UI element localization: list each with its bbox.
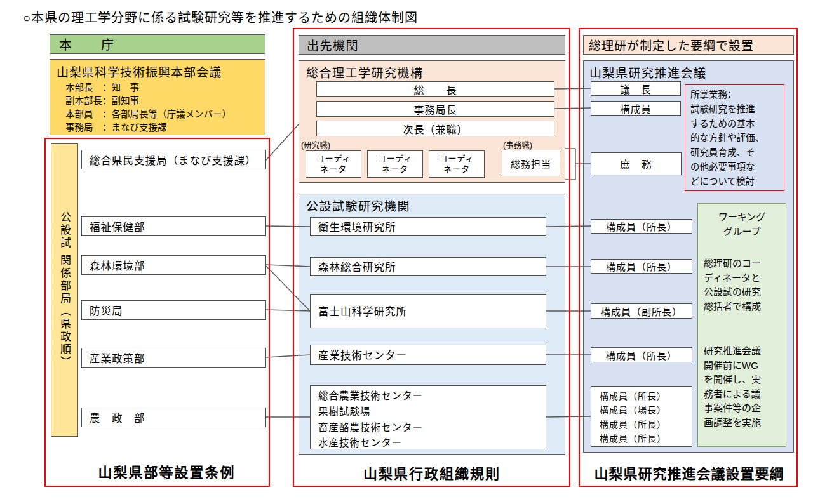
- member-box-fukushocho: 構成員（副所長）: [591, 303, 692, 319]
- dept-box-fukushi: 福祉保健部: [81, 216, 266, 236]
- institute-box-fujisan: 富士山科学研究所: [310, 294, 546, 328]
- position-box-socho: 総 長: [316, 81, 554, 97]
- dept-box-nosei: 農 政 部: [81, 408, 266, 427]
- public-institutes-title: 公設試験研究機関: [306, 197, 410, 214]
- dept-box-bosai: 防災局: [81, 300, 266, 320]
- institute-box-sangyogijutsu: 産業技術センター: [310, 345, 546, 365]
- research-promotion-council-title: 山梨県研究推進会議: [589, 63, 707, 81]
- working-group-title: ワーキング グループ: [704, 210, 780, 239]
- institute-org-title: 総合理工学研究機構: [306, 63, 424, 81]
- admin-staff-label: (事務職): [503, 138, 532, 150]
- coordinator-box: コーディ ネータ: [367, 150, 423, 178]
- general-affairs-staff-box: 総務担当: [502, 150, 560, 176]
- middle-footer-label: 山梨県行政組織規則: [292, 462, 572, 482]
- dept-box-shinrin: 森林環境部: [81, 255, 266, 275]
- duties-note-box: 所掌業務： 試験研究を推進 するための基本 的な方針や評価、 研究員育成、そ の…: [685, 84, 784, 191]
- position-box-jicho: 次長（兼職）: [316, 121, 554, 136]
- working-group-box: ワーキング グループ 総理研のコー ディネータと 公設試の研究 総括者で構成 研…: [697, 203, 786, 447]
- research-staff-label: (研究職): [301, 138, 330, 150]
- coordinator-box: コーディ ネータ: [306, 150, 361, 178]
- working-group-body2: 研究推進会議 開催前にWG を開催し、実 務者による議 事案件等の企 画調整を実…: [704, 344, 780, 430]
- right-footer-label: 山梨県研究推進会議設置要綱: [579, 462, 799, 482]
- member-box-shocho-1: 構成員（所長）: [591, 219, 692, 234]
- member-box-shocho-3: 構成員（所長）: [591, 347, 692, 362]
- position-box-jimukyokucho: 事務局長: [316, 101, 554, 117]
- chair-box: 議 長: [591, 81, 681, 96]
- institute-box-agri-group: 総合農業技術センター 果樹試験場 畜産酪農技術センター 水産技術センター: [310, 385, 546, 449]
- dept-box-sangyo: 産業政策部: [81, 348, 266, 368]
- member-box: 構成員: [591, 101, 681, 116]
- institute-box-eisei: 衛生環境研究所: [310, 217, 546, 236]
- left-footer-label: 山梨県部等設置条例: [64, 461, 270, 481]
- general-affairs-box: 庶 務: [591, 152, 682, 175]
- working-group-body1: 総理研のコー ディネータと 公設試の研究 総括者で構成: [704, 256, 780, 314]
- member-box-shocho-2: 構成員（所長）: [591, 259, 692, 274]
- page-title: ○本県の理工学分野に係る試験研究等を推進するための組織体制図: [23, 8, 418, 26]
- dept-box-sogo-kenmin: 総合県民支援局（まなび支援課）: [81, 150, 266, 169]
- institute-box-shinrin: 森林総合研究所: [310, 257, 546, 276]
- org-chart-canvas: ○本県の理工学分野に係る試験研究等を推進するための組織体制図 本 庁 山梨県科学…: [0, 0, 813, 504]
- coordinator-box: コーディ ネータ: [429, 150, 485, 178]
- member-group-box: 構成員（所長） 構成員（場長） 構成員（所長） 構成員（所長）: [591, 386, 692, 447]
